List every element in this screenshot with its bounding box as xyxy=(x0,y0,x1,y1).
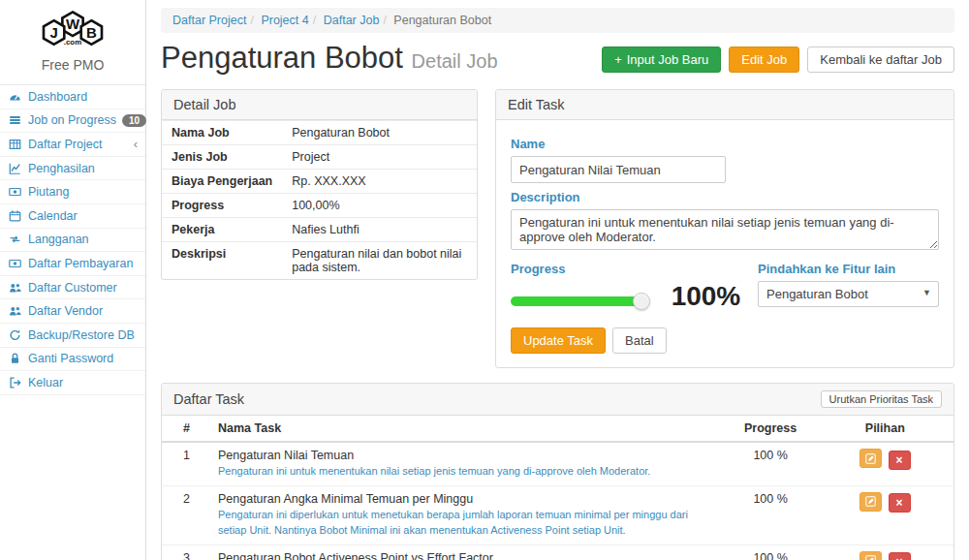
move-to-feature-label: Pindahkan ke Fitur lain xyxy=(758,262,939,276)
detail-label: Pekerja xyxy=(162,218,282,242)
bars-icon xyxy=(8,113,22,127)
sidebar-item-ganti-password[interactable]: Ganti Password xyxy=(0,348,145,372)
users-icon xyxy=(8,281,22,295)
detail-value: 100,00% xyxy=(282,194,477,218)
breadcrumb-separator: / xyxy=(309,14,320,27)
svg-text:W: W xyxy=(66,16,80,32)
sidebar-item-dashboard[interactable]: Dashboard xyxy=(0,85,145,109)
sidebar-item-label: Daftar Pembayaran xyxy=(28,257,133,270)
sidebar-item-keluar[interactable]: Keluar xyxy=(0,371,145,395)
calendar-icon xyxy=(8,209,22,223)
sidebar-item-job-on-progress[interactable]: Job on Progress 10 xyxy=(0,109,145,134)
column-header-pilihan: Pilihan xyxy=(817,416,953,442)
x-icon: × xyxy=(896,496,903,510)
kembali-ke-daftar-job-button[interactable]: Kembali ke daftar Job xyxy=(807,47,954,73)
daftar-task-panel: Daftar Task Urutkan Prioritas Task # Nam… xyxy=(161,383,954,560)
breadcrumb-separator: / xyxy=(379,14,390,27)
detail-label: Progress xyxy=(162,194,282,218)
sidebar-item-calendar[interactable]: Calendar xyxy=(0,204,145,229)
input-job-baru-button[interactable]: + Input Job Baru xyxy=(602,47,721,73)
breadcrumb-link-daftar-job[interactable]: Daftar Job xyxy=(324,14,380,27)
edit-task-button[interactable] xyxy=(860,449,882,468)
sidebar-item-daftar-project[interactable]: Daftar Project ‹ xyxy=(0,133,145,157)
breadcrumb-link-project-4[interactable]: Project 4 xyxy=(261,14,308,27)
pencil-square-icon xyxy=(865,496,876,507)
detail-label: Nama Job xyxy=(162,121,282,145)
job-count-badge: 10 xyxy=(122,114,146,127)
sidebar-item-langganan[interactable]: Langganan xyxy=(0,229,145,253)
sidebar-item-daftar-vendor[interactable]: Daftar Vendor xyxy=(0,299,145,324)
task-description-textarea[interactable]: Pengaturan ini untuk menentukan nilai se… xyxy=(511,209,939,250)
sidebar-item-label: Backup/Restore DB xyxy=(28,328,135,342)
task-no: 2 xyxy=(162,485,210,544)
refresh-icon xyxy=(8,328,22,342)
sidebar-item-piutang[interactable]: Piutang xyxy=(0,180,145,204)
progress-label: Progress xyxy=(511,262,758,276)
sidebar-item-label: Piutang xyxy=(28,185,69,199)
progress-slider-handle[interactable] xyxy=(633,293,650,310)
table-row: 2 Pengaturan Angka Minimal Temuan per Mi… xyxy=(162,485,953,544)
sidebar-item-label: Job on Progress xyxy=(28,113,116,127)
detail-job-table: Nama JobPengaturan Bobot Jenis JobProjec… xyxy=(162,120,477,279)
progress-value: 100% xyxy=(672,281,741,312)
detail-label: Deskripsi xyxy=(162,242,282,280)
detail-job-panel: Detail Job Nama JobPengaturan Bobot Jeni… xyxy=(161,89,478,280)
x-icon: × xyxy=(896,555,903,560)
task-progress: 100 % xyxy=(725,442,817,485)
svg-text:.com: .com xyxy=(64,38,81,47)
sidebar-item-daftar-customer[interactable]: Daftar Customer xyxy=(0,276,145,300)
move-to-feature-select[interactable]: Pengaturan Bobot xyxy=(758,281,939,307)
sidebar-item-label: Keluar xyxy=(28,376,63,389)
detail-job-panel-title: Detail Job xyxy=(162,90,477,120)
urutkan-prioritas-task-button-top[interactable]: Urutkan Prioritas Task xyxy=(821,390,942,408)
task-description: Pengaturan ini diperlukan untuk menetuka… xyxy=(218,508,717,539)
edit-job-button[interactable]: Edit Job xyxy=(729,47,799,73)
breadcrumb-separator: / xyxy=(246,14,257,27)
edit-task-button[interactable] xyxy=(860,492,882,512)
table-row: 3 Pengaturan Bobot Activeness Point vs E… xyxy=(162,544,953,560)
table-row: PekerjaNafies Luthfi xyxy=(162,218,477,242)
sidebar-item-label: Langganan xyxy=(28,233,89,246)
page-title: Pengaturan Bobot Detail Job xyxy=(161,41,498,76)
column-header-nama-task: Nama Task xyxy=(210,416,725,442)
breadcrumb-link-daftar-project[interactable]: Daftar Project xyxy=(172,14,246,27)
name-label: Name xyxy=(511,137,939,151)
sidebar-item-penghasilan[interactable]: Penghasilan xyxy=(0,157,145,181)
main-content: Daftar Project/ Project 4/ Daftar Job/ P… xyxy=(146,0,969,560)
task-no: 3 xyxy=(162,544,210,560)
detail-value: Pengaturan nilai dan bobot nilai pada si… xyxy=(282,242,477,280)
x-icon: × xyxy=(896,453,903,467)
sidebar-item-daftar-pembayaran[interactable]: Daftar Pembayaran xyxy=(0,252,145,276)
svg-text:J: J xyxy=(49,24,57,41)
delete-task-button[interactable]: × xyxy=(889,552,911,560)
sidebar-item-backup-restore-db[interactable]: Backup/Restore DB xyxy=(0,324,145,348)
task-description: Pengaturan ini untuk menentukan nilai se… xyxy=(218,464,717,480)
task-progress: 100 % xyxy=(725,544,817,560)
task-progress: 100 % xyxy=(725,485,817,544)
update-task-button[interactable]: Update Task xyxy=(511,327,606,354)
sidebar: W J B .com Free PMO Dashboard Job on Pro… xyxy=(0,0,146,560)
task-no: 1 xyxy=(162,442,210,485)
table-row: DeskripsiPengaturan nilai dan bobot nila… xyxy=(162,242,477,280)
detail-value: Rp. XXX.XXX xyxy=(282,170,477,194)
page-subtitle: Detail Job xyxy=(412,50,498,72)
brand-name: Free PMO xyxy=(0,57,145,73)
column-header-no: # xyxy=(162,416,210,442)
table-row: Biaya PengerjaanRp. XXX.XXX xyxy=(162,170,477,194)
edit-task-button[interactable] xyxy=(860,551,882,560)
sidebar-item-label: Dashboard xyxy=(28,90,87,104)
batal-button[interactable]: Batal xyxy=(612,327,667,354)
line-chart-icon xyxy=(8,162,22,175)
table-row: 1 Pengaturan Nilai Temuan Pengaturan ini… xyxy=(162,442,953,485)
column-header-progress: Progress xyxy=(725,416,817,442)
lock-icon xyxy=(8,352,22,365)
delete-task-button[interactable]: × xyxy=(889,493,911,513)
svg-text:B: B xyxy=(86,24,97,41)
sidebar-item-label: Calendar xyxy=(28,209,78,223)
delete-task-button[interactable]: × xyxy=(889,451,911,470)
pencil-square-icon xyxy=(865,453,876,464)
dashboard-icon xyxy=(8,90,22,104)
progress-slider[interactable] xyxy=(511,296,646,306)
edit-task-panel-title: Edit Task xyxy=(496,90,953,120)
task-name-input[interactable] xyxy=(511,156,726,183)
